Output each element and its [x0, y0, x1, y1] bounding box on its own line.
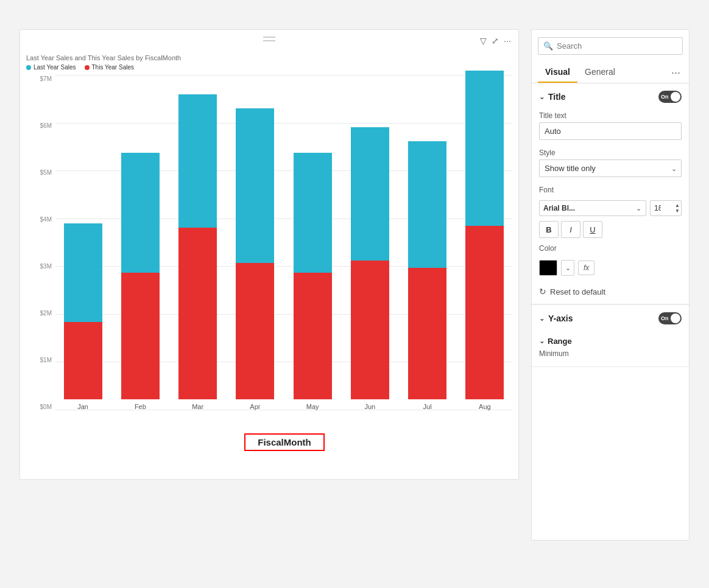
- color-swatch[interactable]: [539, 260, 557, 276]
- y-label-4: $4M: [26, 216, 55, 223]
- fx-button[interactable]: fx: [578, 261, 594, 275]
- underline-button[interactable]: U: [583, 221, 602, 238]
- font-size-up-icon[interactable]: ▲: [675, 203, 680, 208]
- x-axis-title-wrapper: FiscalMonth: [26, 429, 512, 451]
- title-section: ⌄ Title On Title text Style Show title o…: [532, 83, 689, 305]
- bar-blue-aug[interactable]: [465, 71, 504, 226]
- tabs-more-button[interactable]: ···: [669, 64, 683, 82]
- title-chevron-icon[interactable]: ⌄: [539, 93, 545, 101]
- range-sub-section: ⌄ Range Minimum: [532, 331, 689, 366]
- reset-icon: ↻: [539, 287, 546, 296]
- bar-group-feb: Feb: [113, 153, 168, 410]
- title-section-label: Title: [548, 92, 566, 102]
- title-section-header: ⌄ Title On: [532, 83, 689, 109]
- minimum-label: Minimum: [539, 349, 682, 358]
- reset-row[interactable]: ↻ Reset to default: [532, 282, 689, 304]
- bar-blue-apr[interactable]: [236, 108, 274, 264]
- font-label: Font: [532, 183, 689, 195]
- bar-red-may[interactable]: [294, 273, 332, 399]
- y-axis-toggle[interactable]: On: [658, 312, 682, 324]
- bold-button[interactable]: B: [539, 221, 559, 238]
- bar-blue-jul[interactable]: [408, 141, 446, 268]
- y-axis-toggle-knob: [671, 313, 680, 323]
- chart-title: Last Year Sales and This Year Sales by F…: [26, 54, 512, 61]
- title-section-title-row: ⌄ Title: [539, 92, 566, 102]
- y-label-1: $1M: [26, 357, 55, 363]
- bar-red-jul[interactable]: [408, 268, 446, 399]
- bar-label-jun: Jun: [365, 403, 376, 410]
- y-axis-section-title-row: ⌄ Y-axis: [539, 313, 573, 323]
- bar-red-apr[interactable]: [236, 263, 274, 399]
- title-text-group: Title text: [532, 109, 689, 146]
- y-label-6: $6M: [26, 122, 55, 129]
- bar-red-jan[interactable]: [64, 322, 102, 399]
- y-label-0: $0M: [26, 404, 55, 410]
- bar-blue-mar[interactable]: [178, 94, 217, 228]
- tab-general[interactable]: General: [577, 62, 623, 83]
- bar-blue-jun[interactable]: [351, 127, 389, 261]
- bar-red-mar[interactable]: [178, 228, 217, 399]
- chart-legend: Last Year Sales This Year Sales: [26, 64, 512, 71]
- bar-stack-jan: [64, 223, 102, 399]
- font-select[interactable]: Arial Bl... Arial Calibri Segoe UI: [539, 200, 646, 216]
- search-input[interactable]: [557, 41, 677, 51]
- bar-stack-apr: [236, 108, 274, 399]
- bar-group-jul: Jul: [400, 141, 455, 410]
- legend-dot-blue: [26, 65, 31, 70]
- search-bar[interactable]: 🔍: [538, 37, 683, 55]
- bar-red-aug[interactable]: [465, 226, 504, 399]
- style-select-wrapper: Show title only Show subtitle only Show …: [539, 159, 682, 177]
- range-header: ⌄ Range: [539, 331, 682, 349]
- font-size-box: ▲ ▼: [650, 200, 682, 216]
- more-options-icon[interactable]: ···: [504, 36, 511, 46]
- font-select-wrapper: Arial Bl... Arial Calibri Segoe UI ⌄: [539, 200, 646, 216]
- legend-label-red: This Year Sales: [92, 64, 135, 71]
- y-label-2: $2M: [26, 310, 55, 317]
- y-axis-toggle-on-label: On: [661, 315, 669, 321]
- chart-panel: ▽ ⤢ ··· Last Year Sales and This Year Sa…: [19, 29, 519, 480]
- color-row: ⌄ fx: [532, 257, 689, 282]
- bar-label-aug: Aug: [479, 403, 491, 410]
- bar-red-jun[interactable]: [351, 261, 389, 399]
- range-title: ⌄ Range: [539, 337, 572, 346]
- style-select[interactable]: Show title only Show subtitle only Show …: [539, 159, 682, 177]
- bar-blue-jan[interactable]: [64, 223, 102, 322]
- chart-area: $0M $1M $2M $3M $4M $5M $6M $7M JanFebMa…: [26, 75, 512, 429]
- title-toggle[interactable]: On: [658, 91, 682, 103]
- bar-group-may: May: [285, 153, 340, 410]
- bar-stack-may: [294, 153, 332, 399]
- y-label-3: $3M: [26, 263, 55, 270]
- y-axis-section: ⌄ Y-axis On ⌄ Range Minimum: [532, 305, 689, 367]
- search-icon: 🔍: [543, 41, 553, 51]
- y-axis: $0M $1M $2M $3M $4M $5M $6M $7M: [26, 75, 55, 410]
- bar-stack-feb: [121, 153, 160, 399]
- legend-this-year: This Year Sales: [85, 64, 135, 71]
- title-toggle-on-label: On: [661, 94, 669, 100]
- bars-container: JanFebMarAprMayJunJulAug: [55, 75, 512, 410]
- bar-stack-aug: [465, 71, 504, 399]
- font-size-down-icon[interactable]: ▼: [675, 208, 680, 214]
- bar-blue-may[interactable]: [294, 153, 332, 273]
- bar-red-feb[interactable]: [121, 273, 160, 399]
- tabs-row: Visual General ···: [532, 62, 689, 83]
- italic-button[interactable]: I: [561, 221, 580, 238]
- bar-group-aug: Aug: [457, 71, 512, 410]
- bar-group-mar: Mar: [171, 94, 225, 410]
- font-size-arrows[interactable]: ▲ ▼: [675, 203, 680, 214]
- title-text-input[interactable]: [539, 122, 682, 140]
- focus-icon[interactable]: ⤢: [492, 36, 499, 46]
- bar-stack-mar: [178, 94, 217, 399]
- style-label: Style: [539, 149, 682, 157]
- bar-label-feb: Feb: [135, 403, 146, 410]
- color-chevron-button[interactable]: ⌄: [561, 260, 574, 276]
- tab-visual[interactable]: Visual: [538, 62, 577, 83]
- y-label-7: $7M: [26, 75, 55, 82]
- reset-label: Reset to default: [550, 287, 605, 296]
- right-panel: 🔍 Visual General ··· ⌄ Title On: [531, 29, 690, 541]
- bar-blue-feb[interactable]: [121, 153, 160, 273]
- range-chevron-icon[interactable]: ⌄: [539, 337, 545, 345]
- y-axis-chevron-icon[interactable]: ⌄: [539, 315, 545, 323]
- chart-drag-handle[interactable]: [263, 36, 275, 42]
- filter-icon[interactable]: ▽: [480, 36, 487, 46]
- bar-label-may: May: [306, 403, 319, 410]
